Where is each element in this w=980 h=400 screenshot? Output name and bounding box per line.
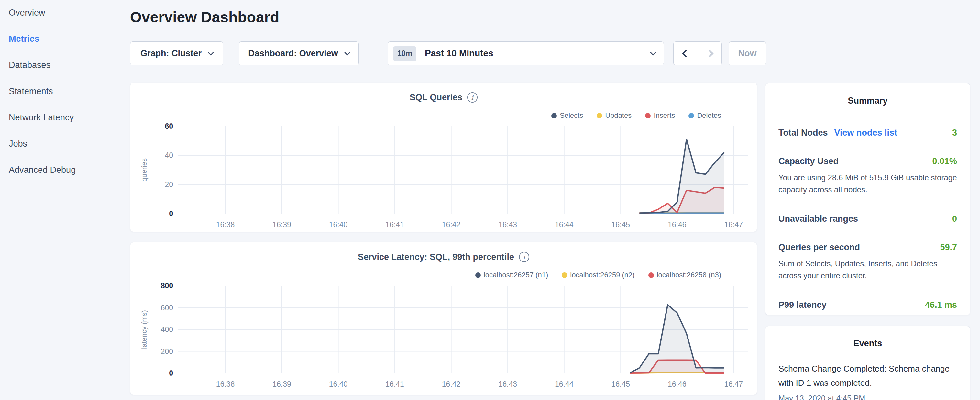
svg-text:400: 400 [161,325,173,334]
sidebar-item-advanced-debug[interactable]: Advanced Debug [9,165,129,175]
chart-title: Service Latency: SQL, 99th percentile [358,252,514,262]
svg-text:16:41: 16:41 [385,220,404,229]
svg-text:40: 40 [165,151,173,159]
sql-queries-chart-card: SQL Queries i SelectsUpdatesInsertsDelet… [130,83,757,232]
time-range-badge: 10m [393,46,417,61]
legend-dot-icon [551,113,557,118]
svg-text:16:40: 16:40 [329,380,348,388]
time-range-label: Past 10 Minutes [425,48,493,59]
sql-queries-chart[interactable]: 16:3816:3916:4016:4116:4216:4316:4416:45… [130,118,757,233]
summary-row-total-nodes: Total Nodes View nodes list 3 [778,119,957,147]
info-icon[interactable]: i [467,92,477,103]
chart-title: SQL Queries [410,92,462,103]
sidebar-item-jobs[interactable]: Jobs [9,139,129,148]
svg-text:latency (ms): latency (ms) [140,310,148,349]
summary-panel: Summary Total Nodes View nodes list 3 Ca… [765,83,970,315]
svg-text:16:43: 16:43 [498,220,517,229]
legend-dot-icon [648,273,654,278]
svg-text:60: 60 [165,122,173,131]
sidebar-item-metrics[interactable]: Metrics [9,34,129,44]
summary-label: Unavailable ranges [778,214,858,224]
svg-text:16:39: 16:39 [272,380,291,388]
svg-text:800: 800 [161,282,173,290]
legend-item: Updates [597,112,632,120]
time-next-button[interactable] [698,42,721,65]
summary-value: 59.7 [940,242,957,252]
legend-dot-icon [562,273,567,278]
dashboard-dropdown[interactable]: Dashboard: Overview [239,41,359,65]
svg-text:200: 200 [161,347,173,356]
svg-text:16:41: 16:41 [385,380,404,388]
events-title: Events [778,338,957,349]
summary-description: You are using 28.6 MiB of 515.9 GiB usab… [778,172,957,196]
svg-text:16:46: 16:46 [668,380,687,388]
legend-item: Selects [551,112,583,120]
chart-legend: localhost:26257 (n1)localhost:26259 (n2)… [462,271,721,279]
svg-text:16:38: 16:38 [216,380,235,388]
legend-dot-icon [597,113,602,118]
summary-title: Summary [778,96,957,106]
legend-item: localhost:26257 (n1) [475,271,548,279]
sidebar-item-statements[interactable]: Statements [9,86,129,96]
page-title: Overview Dashboard [130,8,980,26]
svg-text:16:42: 16:42 [442,220,461,229]
service-latency-chart-card: Service Latency: SQL, 99th percentile i … [130,242,757,395]
graph-scope-dropdown[interactable]: Graph: Cluster [130,41,223,65]
svg-text:16:44: 16:44 [555,380,574,388]
events-panel: Events Schema Change Completed: Schema c… [765,326,970,400]
summary-value: 0.01% [932,156,957,166]
summary-value: 46.1 ms [925,300,957,310]
svg-text:20: 20 [165,180,173,189]
svg-text:16:40: 16:40 [329,220,348,229]
svg-text:16:47: 16:47 [724,220,743,229]
summary-value: 3 [952,128,957,138]
svg-text:16:47: 16:47 [724,380,743,388]
summary-description: Sum of Selects, Updates, Inserts, and De… [778,258,957,282]
chevron-down-icon [208,49,213,55]
summary-label: Capacity Used [778,156,838,166]
event-item[interactable]: Schema Change Completed: Schema change w… [778,362,957,400]
svg-text:16:44: 16:44 [555,220,574,229]
chart-legend: SelectsUpdatesInsertsDeletes [538,112,721,120]
info-icon[interactable]: i [519,252,529,262]
summary-row-unavailable-ranges: Unavailable ranges 0 [778,205,957,233]
summary-row-capacity-used: Capacity Used 0.01% You are using 28.6 M… [778,147,957,205]
svg-text:0: 0 [169,369,173,377]
svg-text:16:45: 16:45 [611,220,630,229]
service-latency-chart[interactable]: 16:3816:3916:4016:4116:4216:4316:4416:45… [130,278,757,392]
time-prev-button[interactable] [674,42,698,65]
sidebar-item-overview[interactable]: Overview [9,8,129,18]
sidebar-item-network-latency[interactable]: Network Latency [9,113,129,122]
summary-label: Total Nodes [778,128,828,138]
chevron-right-icon [706,49,713,57]
svg-text:16:43: 16:43 [498,380,517,388]
chevron-left-icon [682,49,689,57]
svg-text:16:46: 16:46 [668,220,687,229]
svg-text:16:39: 16:39 [272,220,291,229]
svg-text:0: 0 [169,209,173,218]
legend-item: Inserts [645,112,675,120]
dashboard-label: Dashboard: Overview [248,49,338,59]
dashboard-controls: Graph: Cluster Dashboard: Overview 10m P… [130,41,766,65]
sidebar: Overview Metrics Databases Statements Ne… [0,0,129,400]
summary-value: 0 [952,214,957,224]
svg-text:16:45: 16:45 [611,380,630,388]
legend-item: localhost:26259 (n2) [562,271,635,279]
legend-dot-icon [689,113,694,118]
summary-label: P99 latency [778,300,827,310]
summary-row-queries-per-second: Queries per second 59.7 Sum of Selects, … [778,233,957,291]
main-content: Overview Dashboard Graph: Cluster Dashbo… [130,0,980,26]
time-range-dropdown[interactable]: 10m Past 10 Minutes [388,41,664,65]
legend-dot-icon [645,113,651,118]
summary-label: Queries per second [778,242,860,252]
svg-text:16:42: 16:42 [442,380,461,388]
legend-dot-icon [475,273,481,278]
view-nodes-list-link[interactable]: View nodes list [834,128,897,138]
now-button[interactable]: Now [729,41,766,65]
svg-text:600: 600 [161,304,173,312]
sidebar-item-databases[interactable]: Databases [9,60,129,70]
svg-text:queries: queries [140,158,148,182]
event-timestamp: May 13, 2020 at 4:45 PM [778,394,957,400]
time-pager [673,41,722,65]
chevron-down-icon [650,49,656,55]
